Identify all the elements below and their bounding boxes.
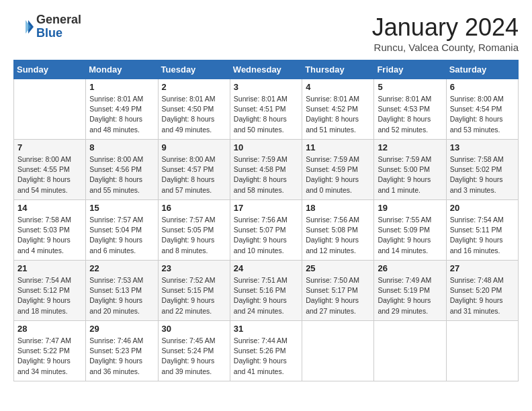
day-number: 26 — [378, 263, 442, 273]
day-number: 12 — [378, 142, 442, 152]
calendar-cell: 19Sunrise: 7:55 AMSunset: 5:09 PMDayligh… — [374, 200, 446, 261]
header-tuesday: Tuesday — [158, 60, 230, 79]
day-info: Sunrise: 7:59 AMSunset: 5:00 PMDaylight:… — [378, 154, 442, 195]
day-info: Sunrise: 7:45 AMSunset: 5:24 PMDaylight:… — [162, 336, 226, 377]
calendar-cell: 25Sunrise: 7:50 AMSunset: 5:17 PMDayligh… — [302, 261, 374, 321]
day-info: Sunrise: 7:48 AMSunset: 5:20 PMDaylight:… — [450, 275, 515, 316]
day-info: Sunrise: 7:58 AMSunset: 5:03 PMDaylight:… — [17, 215, 82, 256]
calendar-cell — [302, 321, 374, 381]
logo-icon — [13, 17, 34, 37]
day-number: 10 — [234, 142, 298, 152]
day-number: 1 — [89, 82, 154, 92]
day-number: 28 — [17, 324, 82, 334]
day-number: 27 — [450, 263, 515, 273]
day-number: 6 — [450, 82, 515, 92]
day-info: Sunrise: 8:01 AMSunset: 4:52 PMDaylight:… — [306, 94, 370, 135]
day-number: 19 — [378, 203, 442, 213]
calendar-cell: 21Sunrise: 7:54 AMSunset: 5:12 PMDayligh… — [14, 261, 86, 321]
header-saturday: Saturday — [446, 60, 518, 79]
day-info: Sunrise: 8:00 AMSunset: 4:57 PMDaylight:… — [162, 154, 226, 195]
calendar-cell: 23Sunrise: 7:52 AMSunset: 5:15 PMDayligh… — [158, 261, 230, 321]
calendar-cell: 17Sunrise: 7:56 AMSunset: 5:07 PMDayligh… — [230, 200, 302, 261]
calendar-cell: 15Sunrise: 7:57 AMSunset: 5:04 PMDayligh… — [86, 200, 158, 261]
day-info: Sunrise: 7:56 AMSunset: 5:08 PMDaylight:… — [306, 215, 370, 256]
day-number: 25 — [306, 263, 370, 273]
calendar-cell: 9Sunrise: 8:00 AMSunset: 4:57 PMDaylight… — [158, 140, 230, 200]
day-info: Sunrise: 7:49 AMSunset: 5:19 PMDaylight:… — [378, 275, 442, 316]
day-info: Sunrise: 7:59 AMSunset: 4:58 PMDaylight:… — [234, 154, 298, 195]
logo-blue: Blue — [36, 27, 81, 40]
logo-text: General Blue — [36, 13, 81, 40]
page-header: General Blue January 2024 Runcu, Valcea … — [13, 13, 519, 53]
day-number: 9 — [162, 142, 226, 152]
day-number: 7 — [17, 142, 82, 152]
calendar-cell: 27Sunrise: 7:48 AMSunset: 5:20 PMDayligh… — [446, 261, 518, 321]
calendar-cell: 18Sunrise: 7:56 AMSunset: 5:08 PMDayligh… — [302, 200, 374, 261]
day-number: 18 — [306, 203, 370, 213]
day-number: 11 — [306, 142, 370, 152]
calendar-cell: 3Sunrise: 8:01 AMSunset: 4:51 PMDaylight… — [230, 79, 302, 140]
header-wednesday: Wednesday — [230, 60, 302, 79]
calendar-cell: 5Sunrise: 8:01 AMSunset: 4:53 PMDaylight… — [374, 79, 446, 140]
day-number: 2 — [162, 82, 226, 92]
calendar-cell: 10Sunrise: 7:59 AMSunset: 4:58 PMDayligh… — [230, 140, 302, 200]
calendar-table: SundayMondayTuesdayWednesdayThursdayFrid… — [13, 60, 519, 381]
title-section: January 2024 Runcu, Valcea County, Roman… — [372, 13, 519, 53]
logo-general: General — [36, 13, 81, 27]
header-friday: Friday — [374, 60, 446, 79]
day-number: 17 — [234, 203, 298, 213]
calendar-cell: 16Sunrise: 7:57 AMSunset: 5:05 PMDayligh… — [158, 200, 230, 261]
calendar-cell: 24Sunrise: 7:51 AMSunset: 5:16 PMDayligh… — [230, 261, 302, 321]
day-info: Sunrise: 7:44 AMSunset: 5:26 PMDaylight:… — [234, 336, 298, 377]
day-number: 30 — [162, 324, 226, 334]
day-number: 23 — [162, 263, 226, 273]
calendar-cell: 7Sunrise: 8:00 AMSunset: 4:55 PMDaylight… — [14, 140, 86, 200]
calendar-cell: 11Sunrise: 7:59 AMSunset: 4:59 PMDayligh… — [302, 140, 374, 200]
day-info: Sunrise: 7:53 AMSunset: 5:13 PMDaylight:… — [89, 275, 154, 316]
day-info: Sunrise: 8:01 AMSunset: 4:53 PMDaylight:… — [378, 94, 442, 135]
day-info: Sunrise: 7:59 AMSunset: 4:59 PMDaylight:… — [306, 154, 370, 195]
day-info: Sunrise: 8:01 AMSunset: 4:49 PMDaylight:… — [89, 94, 154, 135]
day-number: 24 — [234, 263, 298, 273]
day-info: Sunrise: 7:57 AMSunset: 5:04 PMDaylight:… — [89, 215, 154, 256]
week-row-1: 1Sunrise: 8:01 AMSunset: 4:49 PMDaylight… — [14, 79, 519, 140]
day-number: 21 — [17, 263, 82, 273]
calendar-cell: 20Sunrise: 7:54 AMSunset: 5:11 PMDayligh… — [446, 200, 518, 261]
week-row-5: 28Sunrise: 7:47 AMSunset: 5:22 PMDayligh… — [14, 321, 519, 381]
day-number: 31 — [234, 324, 298, 334]
calendar-cell: 26Sunrise: 7:49 AMSunset: 5:19 PMDayligh… — [374, 261, 446, 321]
day-info: Sunrise: 7:51 AMSunset: 5:16 PMDaylight:… — [234, 275, 298, 316]
day-info: Sunrise: 7:57 AMSunset: 5:05 PMDaylight:… — [162, 215, 226, 256]
calendar-cell — [446, 321, 518, 381]
week-row-4: 21Sunrise: 7:54 AMSunset: 5:12 PMDayligh… — [14, 261, 519, 321]
calendar-cell — [374, 321, 446, 381]
header-row: SundayMondayTuesdayWednesdayThursdayFrid… — [14, 60, 519, 79]
day-info: Sunrise: 8:01 AMSunset: 4:50 PMDaylight:… — [162, 94, 226, 135]
week-row-3: 14Sunrise: 7:58 AMSunset: 5:03 PMDayligh… — [14, 200, 519, 261]
calendar-cell: 6Sunrise: 8:00 AMSunset: 4:54 PMDaylight… — [446, 79, 518, 140]
day-info: Sunrise: 7:47 AMSunset: 5:22 PMDaylight:… — [17, 336, 82, 377]
calendar-cell: 2Sunrise: 8:01 AMSunset: 4:50 PMDaylight… — [158, 79, 230, 140]
day-number: 14 — [17, 203, 82, 213]
calendar-cell: 8Sunrise: 8:00 AMSunset: 4:56 PMDaylight… — [86, 140, 158, 200]
header-thursday: Thursday — [302, 60, 374, 79]
calendar-cell: 30Sunrise: 7:45 AMSunset: 5:24 PMDayligh… — [158, 321, 230, 381]
calendar-cell: 31Sunrise: 7:44 AMSunset: 5:26 PMDayligh… — [230, 321, 302, 381]
day-info: Sunrise: 7:54 AMSunset: 5:12 PMDaylight:… — [17, 275, 82, 316]
day-number: 15 — [89, 203, 154, 213]
day-info: Sunrise: 7:58 AMSunset: 5:02 PMDaylight:… — [450, 154, 515, 195]
location: Runcu, Valcea County, Romania — [372, 42, 519, 53]
day-info: Sunrise: 8:01 AMSunset: 4:51 PMDaylight:… — [234, 94, 298, 135]
day-info: Sunrise: 8:00 AMSunset: 4:54 PMDaylight:… — [450, 94, 515, 135]
day-number: 3 — [234, 82, 298, 92]
day-number: 20 — [450, 203, 515, 213]
day-number: 13 — [450, 142, 515, 152]
day-number: 8 — [89, 142, 154, 152]
calendar-cell: 29Sunrise: 7:46 AMSunset: 5:23 PMDayligh… — [86, 321, 158, 381]
calendar-cell: 13Sunrise: 7:58 AMSunset: 5:02 PMDayligh… — [446, 140, 518, 200]
calendar-cell: 22Sunrise: 7:53 AMSunset: 5:13 PMDayligh… — [86, 261, 158, 321]
day-info: Sunrise: 7:55 AMSunset: 5:09 PMDaylight:… — [378, 215, 442, 256]
logo: General Blue — [13, 13, 81, 40]
day-info: Sunrise: 7:52 AMSunset: 5:15 PMDaylight:… — [162, 275, 226, 316]
day-info: Sunrise: 7:56 AMSunset: 5:07 PMDaylight:… — [234, 215, 298, 256]
